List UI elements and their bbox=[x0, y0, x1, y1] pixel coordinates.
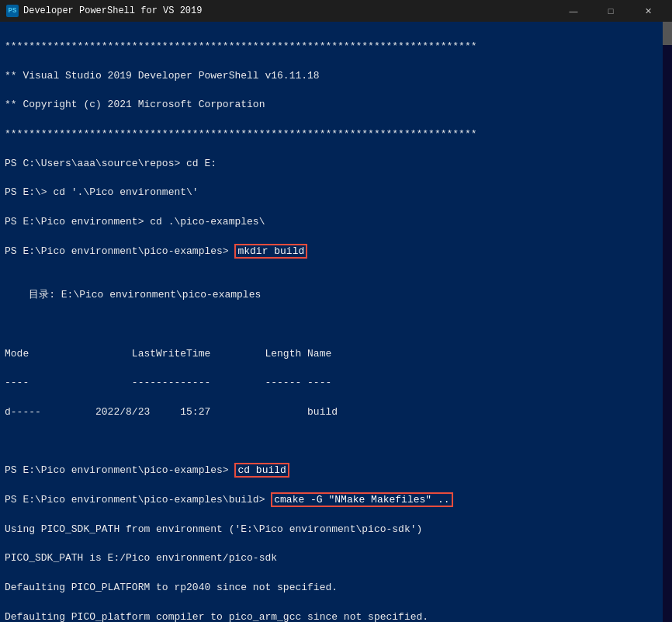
terminal-line: Using PICO_SDK_PATH from environment ('E… bbox=[5, 523, 667, 537]
terminal-line: PICO_SDK_PATH is E:/Pico environment/pic… bbox=[5, 551, 667, 566]
cd-build-command: cd build bbox=[234, 463, 289, 478]
mkdir-command: mkdir build bbox=[234, 244, 307, 259]
terminal-line: PS E:\Pico environment\pico-examples> mk… bbox=[5, 245, 667, 259]
terminal-line: d----- 2022/8/23 15:27 build bbox=[5, 405, 667, 420]
scrollbar[interactable] bbox=[663, 22, 672, 622]
terminal-line: ** Copyright (c) 2021 Microsoft Corporat… bbox=[5, 98, 667, 113]
terminal-line: ---- ------------- ------ ---- bbox=[5, 376, 667, 391]
title-bar: PS Developer PowerShell for VS 2019 — □ … bbox=[0, 0, 672, 22]
window-title: Developer PowerShell for VS 2019 bbox=[23, 5, 202, 16]
terminal-line: ****************************************… bbox=[5, 127, 667, 142]
terminal-line: Mode LastWriteTime Length Name bbox=[5, 347, 667, 362]
minimize-button[interactable]: — bbox=[556, 0, 591, 22]
powershell-icon: PS bbox=[6, 5, 19, 17]
maximize-button[interactable]: □ bbox=[593, 0, 629, 22]
terminal-line: ** Visual Studio 2019 Developer PowerShe… bbox=[5, 69, 667, 84]
terminal-line: PS E:\Pico environment\pico-examples\bui… bbox=[5, 493, 667, 508]
title-bar-left: PS Developer PowerShell for VS 2019 bbox=[6, 5, 202, 17]
terminal-line: Defaulting PICO_platform compiler to pic… bbox=[5, 610, 667, 622]
terminal-line: ****************************************… bbox=[5, 40, 667, 54]
terminal-line: PS C:\Users\aaa\source\repos> cd E: bbox=[5, 157, 667, 172]
window-controls[interactable]: — □ ✕ bbox=[556, 0, 666, 22]
terminal-line: 目录: E:\Pico environment\pico-examples bbox=[5, 288, 667, 303]
close-button[interactable]: ✕ bbox=[630, 0, 666, 22]
terminal-line: PS E:\> cd '.\Pico environment\' bbox=[5, 186, 667, 200]
cmake-command: cmake -G "NMake Makefiles" .. bbox=[271, 492, 452, 507]
terminal-line: PS E:\Pico environment\pico-examples> cd… bbox=[5, 464, 667, 478]
terminal-line: Defaulting PICO_PLATFORM to rp2040 since… bbox=[5, 581, 667, 596]
terminal-body: ****************************************… bbox=[0, 22, 672, 622]
terminal-line: PS E:\Pico environment> cd .\pico-exampl… bbox=[5, 215, 667, 230]
scroll-thumb[interactable] bbox=[663, 22, 672, 45]
